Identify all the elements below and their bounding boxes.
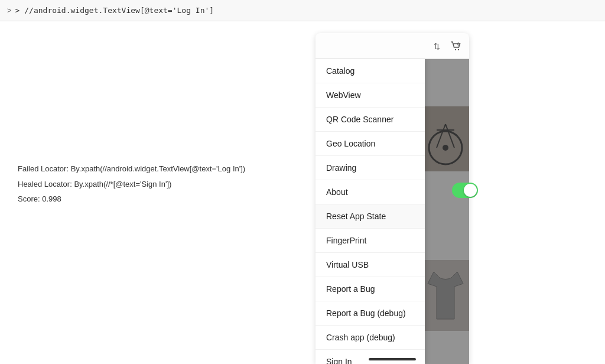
svg-text:⇅: ⇅ [434, 42, 440, 51]
cart-icon[interactable]: 0 [450, 40, 462, 52]
menu-item-about[interactable]: About [315, 180, 425, 204]
menu-item-webview[interactable]: WebView [315, 83, 425, 108]
menu-item-virtual-usb[interactable]: Virtual USB [315, 253, 425, 277]
healed-locator-value: By.xpath(//*[@text='Sign In']) [74, 180, 171, 188]
score-line: Score: 0.998 [18, 193, 245, 205]
menu-item-sign-in[interactable]: Sign In [315, 350, 425, 364]
menu-item-catalog[interactable]: Catalog [315, 59, 425, 83]
menu-item-reset-app-state[interactable]: Reset App State [315, 204, 425, 229]
svg-point-1 [455, 48, 456, 50]
toggle-switch[interactable] [452, 183, 478, 198]
failed-locator-value: By.xpath(//android.widget.TextView[@text… [71, 164, 246, 173]
home-indicator [369, 358, 416, 360]
healed-locator-label: Healed Locator: [18, 180, 72, 188]
failed-locator-line: Failed Locator: By.xpath(//android.widge… [18, 163, 245, 175]
device-screen: s Bike Light ★★★☆ a Fleece Jacket ★★★☆ C… [315, 59, 469, 364]
sort-icon[interactable]: ⇅ [432, 40, 444, 52]
score-number: 0.998 [42, 194, 61, 203]
menu-item-report-bug[interactable]: Report a Bug [315, 277, 425, 301]
main-content: Failed Locator: By.xpath(//android.widge… [0, 21, 605, 364]
menu-item-qr-scanner[interactable]: QR Code Scanner [315, 108, 425, 132]
dim-overlay [425, 59, 469, 364]
toggle-container [452, 183, 478, 198]
menu-item-report-bug-debug[interactable]: Report a Bug (debug) [315, 301, 425, 326]
breadcrumb-text: > //android.widget.TextView[@text='Log I… [15, 6, 214, 15]
menu-drawer: Catalog WebView QR Code Scanner Geo Loca… [315, 59, 425, 364]
menu-item-fingerprint[interactable]: FingerPrint [315, 229, 425, 253]
healed-locator-line: Healed Locator: By.xpath(//*[@text='Sign… [18, 178, 245, 190]
svg-point-2 [458, 48, 459, 50]
top-bar: > > //android.widget.TextView[@text='Log… [0, 0, 605, 21]
menu-item-drawing[interactable]: Drawing [315, 156, 425, 180]
info-panel: Failed Locator: By.xpath(//android.widge… [18, 163, 245, 205]
menu-item-crash-app-debug[interactable]: Crash app (debug) [315, 326, 425, 350]
device-header: ⇅ 0 [315, 33, 469, 59]
score-label: Score: [18, 194, 40, 203]
menu-item-geo-location[interactable]: Geo Location [315, 132, 425, 156]
breadcrumb-arrow: > [7, 6, 12, 15]
device-frame: ⇅ 0 [315, 33, 469, 364]
svg-text:0: 0 [457, 42, 460, 46]
toggle-knob [464, 184, 477, 197]
failed-locator-label: Failed Locator: [18, 164, 69, 173]
